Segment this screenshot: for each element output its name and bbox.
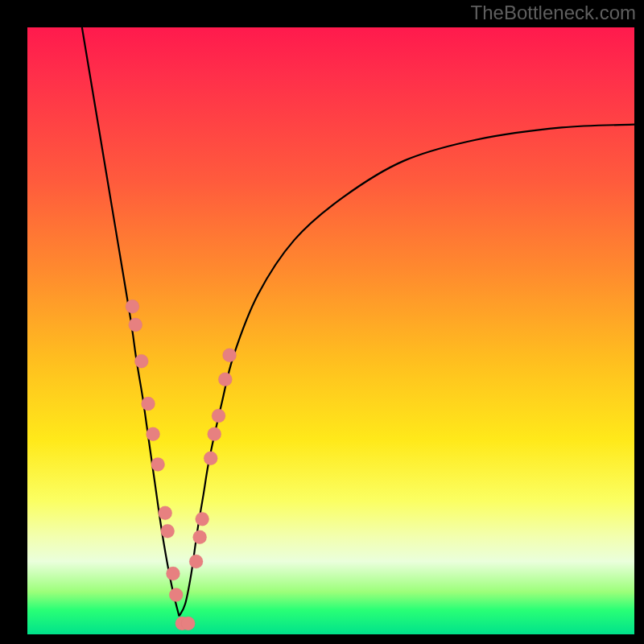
highlight-dot [204,452,217,465]
highlight-dot [161,524,175,538]
watermark-text: TheBottleneck.com [471,2,636,24]
highlight-dot [196,512,209,526]
highlight-dot [212,409,225,423]
highlight-dot [142,397,155,411]
curve-right-branch [180,125,635,617]
chart-canvas: TheBottleneck.com [0,0,644,644]
highlight-dot [159,506,172,520]
highlight-dot [147,427,160,441]
curve-svg [27,27,634,634]
highlight-dot [181,617,195,630]
highlight-dot [134,354,148,368]
highlight-dot [169,588,183,601]
highlight-dot [166,567,180,580]
highlight-dot [189,555,203,568]
highlight-dot [193,530,207,544]
plot-area [27,27,634,634]
highlight-dot [208,427,221,441]
highlight-dot [126,299,139,313]
highlight-dot [223,349,237,362]
highlight-dots [126,299,237,630]
highlight-dot [151,457,165,471]
highlight-dot [129,318,142,332]
highlight-dot [218,373,232,386]
